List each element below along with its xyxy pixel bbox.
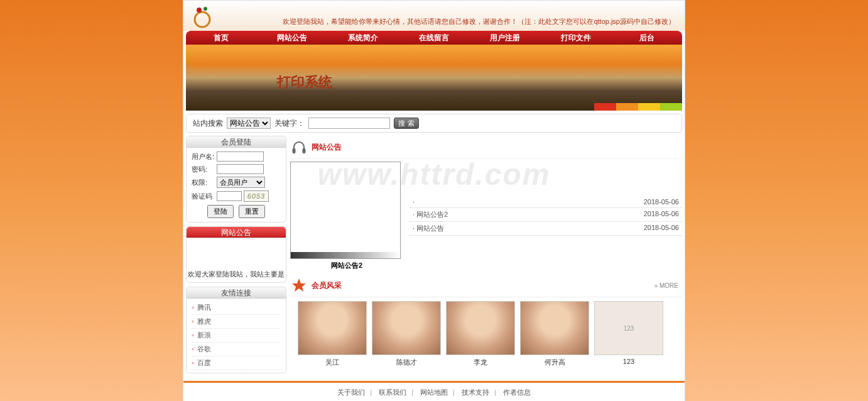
footer-link[interactable]: 网站地图 [420,388,448,396]
captcha-image: 6053 [244,190,269,202]
nav-intro[interactable]: 系统简介 [328,31,399,45]
announcement-row[interactable]: 网站公告 2018-05-06 [410,222,682,236]
role-select[interactable]: 会员用户 [217,177,265,188]
login-widget: 会员登陆 用户名: 密码: 权限: 会员用户 [186,136,286,222]
member-photo [520,301,589,355]
announcement-date: 2018-05-06 [644,210,679,219]
nav-guestbook[interactable]: 在线留言 [399,31,470,45]
star-icon [290,277,308,294]
member-photo [298,301,367,355]
footer: 关于我们| 联系我们| 网站地图| 技术支持| 作者信息 [183,383,685,401]
login-submit-button[interactable]: 登陆 [207,205,234,218]
link-item[interactable]: 雅虎 [192,315,281,329]
search-label: 站内搜索 [193,118,223,129]
svg-rect-4 [303,148,305,153]
welcome-message: 欢迎登陆我站，希望能给你带来好心情，其他话语请您自己修改，谢谢合作！（注：此处文… [283,17,675,26]
nav-home[interactable]: 首页 [186,31,257,45]
member-photo [372,301,441,355]
links-widget: 友情连接 腾讯 雅虎 新浪 谷歌 百度 [186,287,286,373]
member-photo [446,301,515,355]
footer-link[interactable]: 作者信息 [503,388,531,396]
links-header: 友情连接 [187,287,286,299]
footer-link[interactable]: 技术支持 [462,388,489,396]
member-card[interactable]: 吴江 [298,301,367,367]
member-name: 李龙 [446,358,515,367]
captcha-label: 验证码 [192,192,217,201]
announcement-date: 2018-05-06 [644,198,679,206]
color-blocks [594,103,682,111]
svg-rect-3 [293,148,295,153]
banner: 打印系统 [186,45,682,111]
member-card[interactable]: 陈德才 [372,301,441,367]
featured-caption: 网站公告2 [290,261,403,270]
member-card[interactable]: 李龙 [446,301,515,367]
header: 欢迎登陆我站，希望能给你带来好心情，其他话语请您自己修改，谢谢合作！（注：此处文… [183,1,685,31]
username-input[interactable] [217,151,264,162]
announcement-row[interactable]: 2018-05-06 [410,196,682,208]
more-link[interactable]: » MORE [654,282,678,289]
link-item[interactable]: 腾讯 [192,301,281,315]
member-name: 陈德才 [372,358,441,367]
nav-announce[interactable]: 网站公告 [257,31,328,45]
announce-scroll-header: 网站公告 [187,227,286,238]
link-item[interactable]: 新浪 [192,329,281,343]
banner-title: 打印系统 [277,73,332,92]
svg-marker-5 [292,278,306,292]
members-head: 会员风采 » MORE [290,274,682,297]
footer-link[interactable]: 联系我们 [379,388,406,396]
password-input[interactable] [217,164,264,174]
login-reset-button[interactable]: 重置 [239,205,265,218]
search-input[interactable] [308,118,390,129]
announcement-date: 2018-05-06 [644,224,679,233]
logo-icon [190,4,215,29]
link-item[interactable]: 谷歌 [192,343,281,356]
member-name: 何升高 [520,358,589,367]
member-name: 吴江 [298,358,367,367]
scroll-text: 欢迎大家登陆我站，我站主要是 [187,270,286,279]
keyword-label: 关键字： [274,118,305,129]
password-label: 密码: [192,165,217,174]
logo [190,4,215,31]
link-item[interactable]: 百度 [192,356,281,370]
svg-point-2 [203,7,207,11]
search-category-select[interactable]: 网站公告 [227,118,271,129]
svg-point-0 [195,12,210,27]
footer-link[interactable]: 关于我们 [337,388,365,396]
nav-register[interactable]: 用户注册 [469,31,540,45]
members-title: 会员风采 [312,280,342,291]
featured-announcement-image[interactable] [290,162,401,259]
member-name: 123 [594,358,663,365]
main-nav: 首页 网站公告 系统简介 在线留言 用户注册 打印文件 后台 [186,31,682,45]
announcement-row[interactable]: 网站公告2 2018-05-06 [410,208,682,222]
login-header: 会员登陆 [187,136,286,148]
member-card[interactable]: 123 123 [594,301,663,367]
username-label: 用户名: [192,152,217,162]
announce-scroll-widget: 网站公告 欢迎大家登陆我站，我站主要是 [186,226,286,283]
search-bar: 站内搜索 网站公告 关键字： 搜 索 [186,114,682,133]
search-button[interactable]: 搜 索 [394,118,419,129]
nav-admin[interactable]: 后台 [611,31,682,45]
svg-point-1 [197,8,202,13]
headphone-icon [290,138,308,156]
member-photo: 123 [594,301,663,355]
nav-print[interactable]: 打印文件 [540,31,611,45]
captcha-input[interactable] [217,191,242,201]
announcements-head: 网站公告 [290,136,682,159]
announcements-title: 网站公告 [312,142,342,153]
member-card[interactable]: 何升高 [520,301,589,367]
role-label: 权限: [192,178,217,187]
